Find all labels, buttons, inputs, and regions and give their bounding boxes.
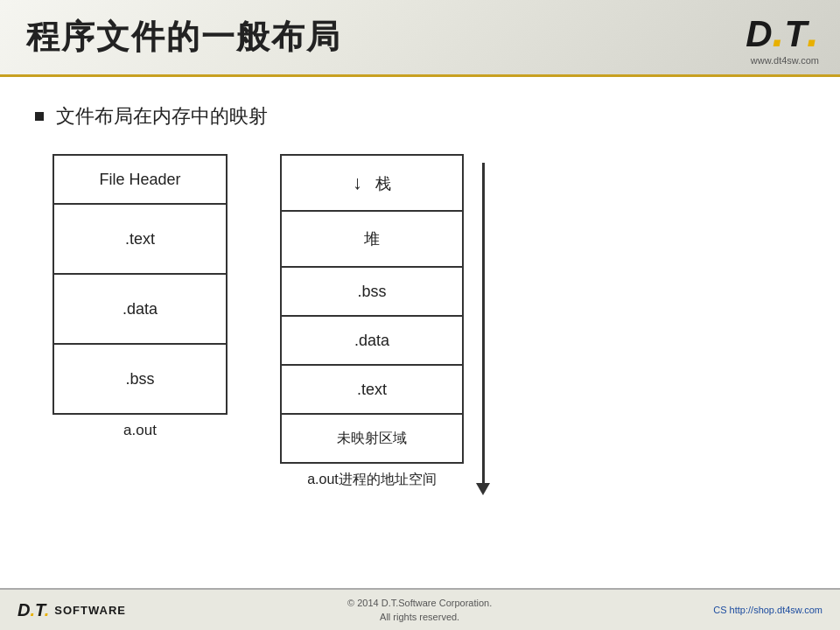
arrow-bottom-icon (476, 483, 490, 495)
logo-dot2: . (807, 7, 819, 56)
cell-bss-right: .bss (281, 267, 463, 316)
cell-text-right: .text (281, 365, 463, 414)
logo-t-letter: T (784, 13, 807, 54)
footer-logo-dt: D.T. (18, 600, 49, 620)
bullet-icon (35, 112, 44, 121)
bullet-section: 文件布局在内存中的映射 (35, 103, 805, 130)
cell-stack: ↓ 栈 (281, 155, 463, 211)
right-diagram-label: a.out进程的地址空间 (307, 471, 437, 489)
header: 程序文件的一般布局 D.T. www.dt4sw.com (0, 0, 840, 77)
left-diagram: File Header .text .data (52, 154, 228, 439)
cell-bss-left: .bss (53, 344, 227, 414)
cell-unmapped: 未映射区域 (281, 414, 463, 463)
footer-copyright: © 2014 D.T.Software Corporation. All rig… (347, 596, 492, 625)
left-diagram-label: a.out (123, 422, 157, 439)
file-table: File Header .text .data (52, 154, 228, 415)
stack-arrow-icon: ↓ (353, 172, 362, 194)
right-diagram-container: ↓ 栈 堆 .bss (280, 154, 490, 495)
process-table: ↓ 栈 堆 .bss (280, 154, 464, 464)
logo-area: D.T. www.dt4sw.com (746, 10, 819, 66)
logo-dot1: . (773, 7, 785, 56)
logo-www: www.dt4sw.com (751, 55, 819, 66)
process-table-container: ↓ 栈 堆 .bss (280, 154, 464, 489)
logo-d-letter: D (746, 13, 772, 54)
cell-text-left: .text (53, 204, 227, 274)
bullet-text: 文件布局在内存中的映射 (56, 103, 268, 130)
footer-software-text: SOFTWARE (54, 604, 126, 617)
page-title: 程序文件的一般布局 (26, 15, 341, 60)
main-content: 文件布局在内存中的映射 File Header .text (0, 77, 840, 513)
footer-logo: D.T. SOFTWARE (18, 600, 126, 620)
cell-file-header: File Header (53, 155, 227, 204)
arrow-line (482, 163, 485, 483)
footer-website: CS http://shop.dt4sw.com (713, 605, 822, 615)
footer-website-link[interactable]: http://shop.dt4sw.com (730, 605, 822, 615)
cell-heap: 堆 (281, 211, 463, 267)
cell-data-left: .data (53, 274, 227, 344)
side-arrow (476, 154, 490, 495)
logo-dt: D.T. (746, 10, 819, 53)
diagrams-area: File Header .text .data (35, 154, 805, 495)
footer: D.T. SOFTWARE © 2014 D.T.Software Corpor… (0, 588, 840, 630)
cell-data-right: .data (281, 316, 463, 365)
